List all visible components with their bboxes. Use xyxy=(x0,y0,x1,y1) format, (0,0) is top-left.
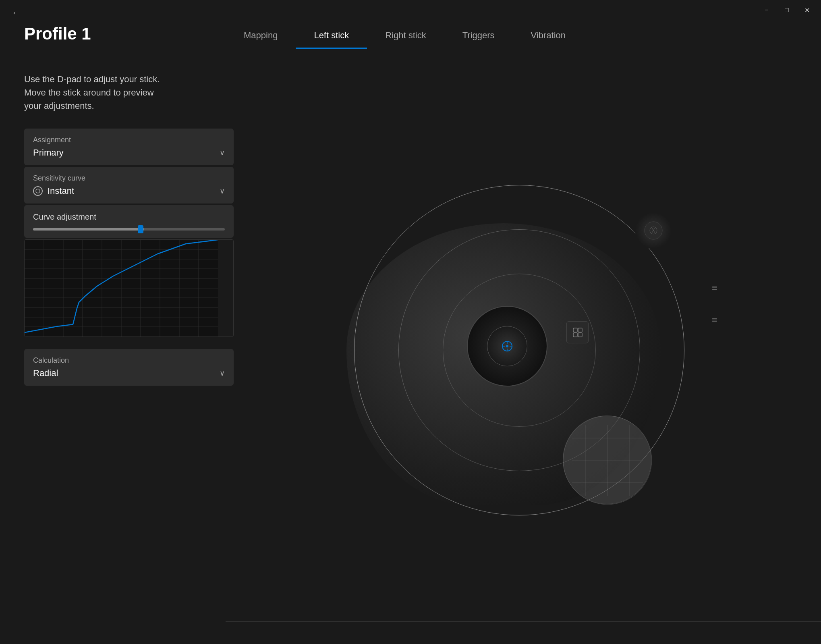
curve-adjustment-label: Curve adjustment xyxy=(33,212,225,222)
sensitivity-graph xyxy=(24,239,234,337)
svg-rect-35 xyxy=(573,328,577,332)
assignment-label: Assignment xyxy=(33,136,225,144)
dpad-svg xyxy=(563,416,652,505)
left-stick-visual xyxy=(467,306,547,386)
xbox-logo: Ⓧ xyxy=(643,220,663,241)
curve-adjustment-group: Curve adjustment xyxy=(24,205,234,238)
slider-fill xyxy=(33,228,144,231)
curve-adjustment-slider[interactable] xyxy=(33,228,225,231)
svg-point-0 xyxy=(36,189,40,193)
svg-rect-37 xyxy=(573,333,577,337)
sidebar-icon-1[interactable]: ≡ xyxy=(705,278,725,298)
svg-rect-38 xyxy=(578,333,582,337)
tab-vibration[interactable]: Vibration xyxy=(513,22,584,49)
left-panel: Use the D-pad to adjust your stick. Move… xyxy=(24,73,234,387)
stick-outer xyxy=(467,306,547,386)
tab-left-stick[interactable]: Left stick xyxy=(296,22,367,49)
instruction-text: Use the D-pad to adjust your stick. Move… xyxy=(24,73,234,112)
tab-right-stick[interactable]: Right stick xyxy=(367,22,444,49)
stick-inner xyxy=(487,326,527,366)
share-icon xyxy=(572,326,584,339)
tab-mapping[interactable]: Mapping xyxy=(226,22,296,49)
stick-indicator xyxy=(495,334,519,358)
window-controls: − □ ✕ xyxy=(761,4,813,16)
sensitivity-curve-label: Sensitivity curve xyxy=(33,174,225,183)
xbox-button: Ⓧ xyxy=(635,212,672,249)
controller-visual: Ⓧ ≡ ≡ xyxy=(338,169,701,532)
svg-text:Ⓧ: Ⓧ xyxy=(649,226,657,235)
sensitivity-curve-value-row[interactable]: Instant ∨ xyxy=(33,186,225,196)
calculation-label: Calculation xyxy=(33,356,225,365)
minimize-button[interactable]: − xyxy=(761,4,773,16)
assignment-value: Primary xyxy=(33,147,64,158)
slider-thumb[interactable] xyxy=(138,225,143,233)
sensitivity-curve-dropdown[interactable]: Sensitivity curve Instant ∨ xyxy=(24,167,234,204)
back-button[interactable]: ← xyxy=(8,5,24,21)
dpad-circle xyxy=(563,415,651,504)
graph-svg xyxy=(25,240,218,337)
sensitivity-curve-value: Instant xyxy=(33,186,74,196)
calculation-value-row[interactable]: Radial ∨ xyxy=(33,368,225,378)
title-bar: − □ ✕ xyxy=(0,0,821,20)
profile-title: Profile 1 xyxy=(24,24,91,44)
share-button xyxy=(566,321,589,343)
calculation-dropdown[interactable]: Calculation Radial ∨ xyxy=(24,349,234,386)
svg-point-21 xyxy=(506,345,508,347)
controller-area: Ⓧ ≡ ≡ xyxy=(218,56,821,644)
svg-rect-36 xyxy=(578,328,582,332)
close-button[interactable]: ✕ xyxy=(801,4,813,16)
navigation-tabs: Mapping Left stick Right stick Triggers … xyxy=(226,22,584,49)
sidebar-icon-2[interactable]: ≡ xyxy=(705,310,725,330)
calculation-value: Radial xyxy=(33,368,58,378)
maximize-button[interactable]: □ xyxy=(781,4,793,16)
assignment-dropdown[interactable]: Assignment Primary ∨ xyxy=(24,129,234,165)
right-sidebar-icons: ≡ ≡ xyxy=(705,278,725,330)
tab-triggers[interactable]: Triggers xyxy=(444,22,513,49)
instant-icon xyxy=(33,186,43,196)
assignment-value-row[interactable]: Primary ∨ xyxy=(33,147,225,158)
